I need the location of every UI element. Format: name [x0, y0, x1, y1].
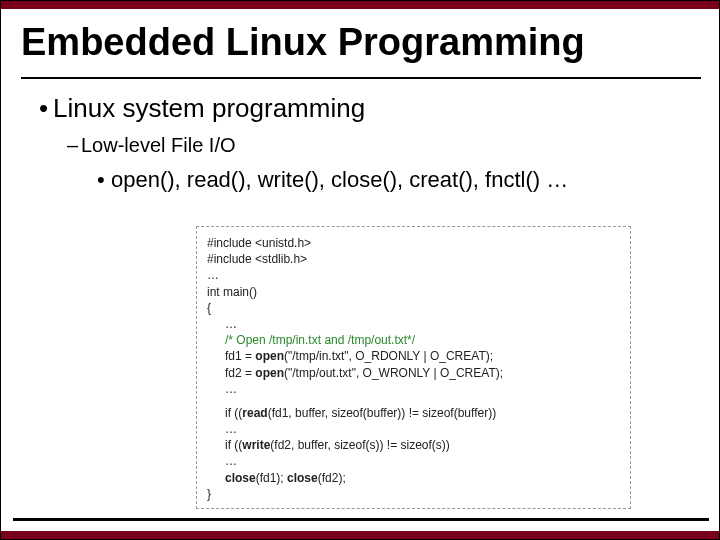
content-area: •Linux system programming –Low-level Fil…: [39, 93, 699, 203]
keyword-read: read: [242, 406, 267, 420]
slide-title: Embedded Linux Programming: [21, 21, 585, 64]
bottom-rule: [13, 518, 709, 521]
code-line: fd2 = open("/tmp/out.txt", O_WRONLY | O_…: [225, 365, 620, 381]
bullet-level-3: •open(), read(), write(), close(), creat…: [97, 167, 699, 193]
code-line: fd1 = open("/tmp/in.txt", O_RDONLY | O_C…: [225, 348, 620, 364]
keyword-close: close: [287, 471, 318, 485]
code-line: #include <stdlib.h>: [207, 251, 620, 267]
accent-bar-top: [1, 1, 719, 9]
code-line: {: [207, 300, 620, 316]
code-line: …: [225, 316, 620, 332]
code-line: …: [207, 267, 620, 283]
bullet-1-text: Linux system programming: [53, 93, 365, 123]
slide: Embedded Linux Programming •Linux system…: [0, 0, 720, 540]
code-line: #include <unistd.h>: [207, 235, 620, 251]
bullet-2-text: Low-level File I/O: [81, 134, 236, 156]
title-underline: [21, 77, 701, 79]
keyword-open: open: [255, 349, 284, 363]
code-line: }: [207, 486, 620, 502]
code-box: #include <unistd.h> #include <stdlib.h> …: [196, 226, 631, 509]
code-line: int main(): [207, 284, 620, 300]
bullet-3-text: open(), read(), write(), close(), creat(…: [111, 167, 568, 192]
code-line: …: [225, 453, 620, 469]
code-line: if ((read(fd1, buffer, sizeof(buffer)) !…: [225, 405, 620, 421]
code-comment: /* Open /tmp/in.txt and /tmp/out.txt*/: [225, 332, 620, 348]
code-line: close(fd1); close(fd2);: [225, 470, 620, 486]
bullet-level-2: –Low-level File I/O: [67, 134, 699, 157]
keyword-write: write: [242, 438, 270, 452]
code-line: …: [225, 381, 620, 397]
code-line: if ((write(fd2, buffer, sizeof(s)) != si…: [225, 437, 620, 453]
accent-bar-bottom: [1, 531, 719, 539]
bullet-level-1: •Linux system programming: [39, 93, 699, 124]
keyword-open: open: [255, 366, 284, 380]
keyword-close: close: [225, 471, 256, 485]
code-line: …: [225, 421, 620, 437]
